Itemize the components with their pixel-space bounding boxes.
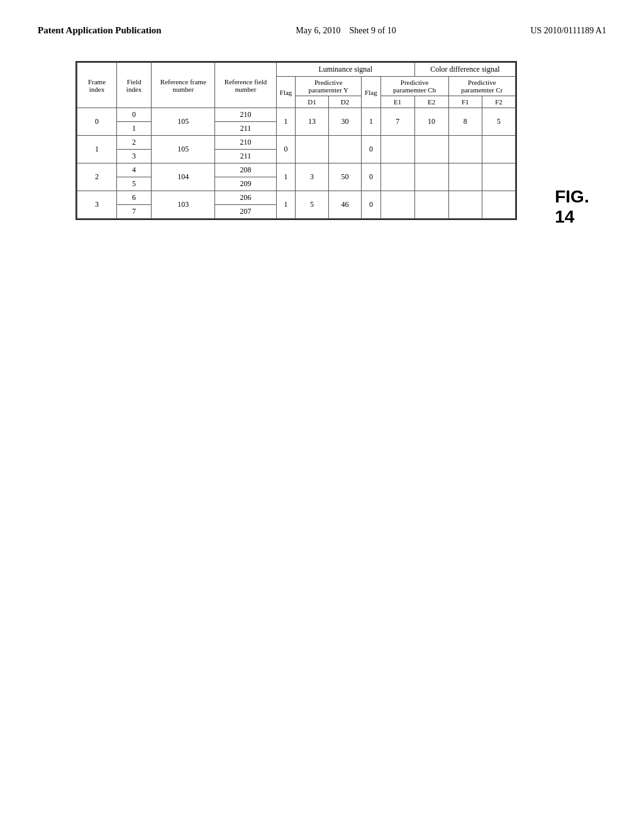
- color-f2-cell: [482, 136, 515, 163]
- header-left: Patent Application Publication: [38, 25, 162, 36]
- ref-frame-cell: 104: [152, 163, 215, 191]
- lum-d1-cell: 3: [296, 163, 328, 191]
- color-f1-cell: 8: [448, 108, 482, 136]
- ref-field-cell: 206: [215, 191, 276, 205]
- color-flag-cell: 0: [362, 136, 381, 163]
- color-e1-cell: [380, 136, 414, 163]
- color-e2-cell: 10: [414, 108, 448, 136]
- color-f1-cell: [448, 191, 482, 219]
- color-flag-cell: 1: [362, 108, 381, 136]
- color-e1-cell: 7: [380, 108, 414, 136]
- lum-d2-cell: 46: [328, 191, 361, 219]
- ref-frame-cell: 103: [152, 191, 215, 219]
- color-e2-cell: [414, 191, 448, 219]
- field-index-cell: 6: [116, 191, 151, 205]
- lum-flag-cell: 1: [276, 191, 296, 219]
- field-index-cell: 7: [116, 205, 151, 219]
- figure-table: Frame index Field index Reference frame …: [75, 61, 517, 220]
- color-f1-cell: [448, 163, 482, 191]
- color-f1-header: F1: [448, 96, 482, 108]
- col-frame-index-header: Frame index: [77, 63, 117, 108]
- figure-label: FIG. 14: [555, 187, 606, 227]
- lum-d1-header: D1: [296, 96, 328, 108]
- col-ref-field-header: Reference field number: [215, 63, 276, 108]
- lum-d2-header: D2: [328, 96, 361, 108]
- color-f2-header: F2: [482, 96, 515, 108]
- col-ref-frame-header: Reference frame number: [152, 63, 215, 108]
- lum-pred-header: Predictive paramernter Y: [296, 77, 362, 96]
- lum-d2-cell: 50: [328, 163, 361, 191]
- field-index-cell: 0: [116, 108, 151, 122]
- color-flag-cell: 0: [362, 191, 381, 219]
- field-index-cell: 3: [116, 150, 151, 163]
- color-e1-cell: [380, 163, 414, 191]
- color-flag-header: Flag: [362, 77, 381, 108]
- ref-field-cell: 209: [215, 177, 276, 191]
- color-group-header: Color difference signal: [414, 63, 516, 77]
- color-e2-cell: [414, 136, 448, 163]
- color-f2-cell: [482, 191, 515, 219]
- frame-index-cell: 2: [77, 163, 117, 191]
- color-flag-cell: 0: [362, 163, 381, 191]
- field-index-cell: 4: [116, 163, 151, 177]
- ref-field-cell: 210: [215, 108, 276, 122]
- color-f2-cell: [482, 163, 515, 191]
- main-content: Frame index Field index Reference frame …: [38, 61, 606, 227]
- ref-frame-cell: 105: [152, 136, 215, 163]
- color-cr-header: Predictive paramemter Cr: [448, 77, 516, 96]
- col-field-index-header: Field index: [116, 63, 151, 108]
- header-right: US 2010/0111189 A1: [530, 26, 606, 36]
- color-f1-cell: [448, 136, 482, 163]
- color-e1-header: E1: [380, 96, 414, 108]
- page-header: Patent Application Publication May 6, 20…: [38, 25, 606, 36]
- field-index-cell: 5: [116, 177, 151, 191]
- frame-index-cell: 1: [77, 136, 117, 163]
- ref-field-cell: 211: [215, 122, 276, 136]
- color-f2-cell: 5: [482, 108, 515, 136]
- color-cb-header: Predictive paramemter Cb: [380, 77, 448, 96]
- lum-d1-cell: 13: [296, 108, 328, 136]
- frame-index-cell: 3: [77, 191, 117, 219]
- ref-frame-cell: 105: [152, 108, 215, 136]
- lum-d1-cell: [296, 136, 328, 163]
- color-e2-header: E2: [414, 96, 448, 108]
- lum-flag-cell: 1: [276, 108, 296, 136]
- ref-field-cell: 210: [215, 136, 276, 150]
- field-index-cell: 1: [116, 122, 151, 136]
- lum-flag-cell: 1: [276, 163, 296, 191]
- ref-field-cell: 211: [215, 150, 276, 163]
- lum-d2-cell: [328, 136, 361, 163]
- color-e1-cell: [380, 191, 414, 219]
- header-center: May 6, 2010 Sheet 9 of 10: [296, 26, 396, 36]
- field-index-cell: 2: [116, 136, 151, 150]
- ref-field-cell: 207: [215, 205, 276, 219]
- frame-index-cell: 0: [77, 108, 117, 136]
- page: Patent Application Publication May 6, 20…: [0, 0, 644, 830]
- lum-flag-header: Flag: [276, 77, 296, 108]
- lum-d2-cell: 30: [328, 108, 361, 136]
- lum-flag-cell: 0: [276, 136, 296, 163]
- luminance-group-header: Luminance signal: [276, 63, 414, 77]
- ref-field-cell: 208: [215, 163, 276, 177]
- color-e2-cell: [414, 163, 448, 191]
- lum-d1-cell: 5: [296, 191, 328, 219]
